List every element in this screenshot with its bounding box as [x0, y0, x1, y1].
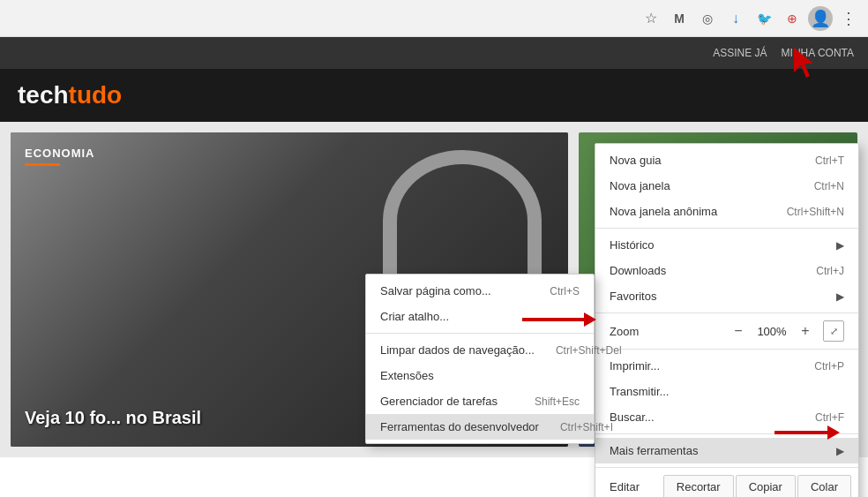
menu-historico[interactable]: Histórico ▶ — [595, 232, 858, 258]
site-topbar: ASSINE JÁ MINHA CONTA — [0, 37, 868, 69]
copiar-button[interactable]: Copiar — [736, 475, 796, 497]
extensoes-label: Extensões — [380, 369, 580, 382]
zoom-expand-button[interactable]: ⤢ — [823, 320, 844, 342]
ferramentas-dev-label: Ferramentas do desenvolvedor — [380, 420, 539, 433]
favoritos-label: Favoritos — [610, 290, 836, 303]
star-icon[interactable]: ☆ — [639, 6, 663, 31]
mais-ferramentas-arrow: ▶ — [836, 445, 844, 457]
nova-janela-anonima-shortcut: Ctrl+Shift+N — [787, 206, 844, 218]
zoom-row: Zoom − 100% + ⤢ — [595, 317, 858, 345]
download-arrow-icon[interactable]: ↓ — [723, 6, 748, 31]
recortar-button[interactable]: Recortar — [663, 475, 734, 497]
divider-1 — [595, 228, 858, 229]
menu-buscar[interactable]: Buscar... Ctrl+F — [595, 404, 858, 430]
avatar-icon[interactable]: 👤 — [808, 6, 833, 31]
imprimir-shortcut: Ctrl+P — [814, 360, 844, 373]
site-header: techtudo — [0, 69, 868, 122]
topbar-assine[interactable]: ASSINE JÁ — [713, 47, 767, 59]
menu-transmitir[interactable]: Transmitir... — [595, 379, 858, 404]
historico-label: Histórico — [610, 238, 836, 252]
category-underline — [25, 163, 60, 166]
menu-nova-janela[interactable]: Nova janela Ctrl+N — [595, 173, 858, 199]
nova-janela-shortcut: Ctrl+N — [814, 180, 844, 192]
gerenciador-tarefas-shortcut: Shift+Esc — [535, 395, 580, 408]
mais-ferramentas-label: Mais ferramentas — [610, 444, 836, 457]
zoom-label: Zoom — [610, 325, 721, 338]
downloads-label: Downloads — [610, 264, 795, 277]
menu-favoritos[interactable]: Favoritos ▶ — [595, 283, 858, 309]
pocket-icon[interactable]: ⊕ — [780, 6, 804, 31]
headphones-decoration — [383, 150, 542, 291]
limpar-dados-label: Limpar dados de navegação... — [380, 343, 535, 357]
imprimir-label: Imprimir... — [610, 359, 793, 373]
divider-3 — [595, 349, 858, 350]
gerenciador-tarefas-label: Gerenciador de tarefas — [380, 395, 513, 408]
nova-janela-label: Nova janela — [610, 179, 793, 192]
instagram-icon[interactable]: ◎ — [695, 6, 720, 31]
ferramentas-dev-shortcut: Ctrl+Shift+I — [560, 421, 613, 433]
edit-row: Editar Recortar Copiar Colar — [595, 471, 858, 497]
menu-nova-janela-anonima[interactable]: Nova janela anônima Ctrl+Shift+N — [595, 199, 858, 224]
zoom-value: 100% — [756, 325, 788, 338]
browser-toolbar: ☆ M ◎ ↓ 🐦 ⊕ 👤 ⋮ — [0, 0, 868, 37]
nova-guia-shortcut: Ctrl+T — [815, 154, 844, 167]
site-logo: techtudo — [18, 81, 122, 109]
divider-4 — [595, 433, 858, 434]
topbar-minha[interactable]: MINHA CONTA — [782, 47, 854, 59]
menu-imprimir[interactable]: Imprimir... Ctrl+P — [595, 353, 858, 379]
zoom-minus-button[interactable]: − — [728, 320, 749, 342]
limpar-dados-shortcut: Ctrl+Shift+Del — [556, 344, 622, 357]
salvar-pagina-label: Salvar página como... — [380, 284, 528, 297]
criar-atalho-label: Criar atalho... — [380, 310, 580, 323]
salvar-pagina-shortcut: Ctrl+S — [550, 285, 580, 297]
downloads-shortcut: Ctrl+J — [816, 265, 844, 277]
historico-arrow: ▶ — [836, 239, 844, 252]
logo-tech: tech — [18, 81, 69, 109]
sub-limpar-dados[interactable]: Limpar dados de navegação... Ctrl+Shift+… — [366, 337, 594, 363]
menu-nova-guia[interactable]: Nova guia Ctrl+T — [595, 147, 858, 173]
menu-icon[interactable]: ⋮ — [836, 6, 861, 31]
divider-5 — [595, 467, 858, 468]
logo-accent: tudo — [69, 81, 123, 109]
colar-button[interactable]: Colar — [797, 475, 851, 497]
sub-salvar-pagina[interactable]: Salvar página como... Ctrl+S — [366, 278, 594, 304]
menu-downloads[interactable]: Downloads Ctrl+J — [595, 258, 858, 283]
chrome-context-menu: Nova guia Ctrl+T Nova janela Ctrl+N Nova… — [595, 143, 859, 497]
buscar-label: Buscar... — [610, 410, 794, 424]
transmitir-label: Transmitir... — [610, 385, 823, 398]
sub-extensoes[interactable]: Extensões — [366, 363, 594, 388]
mais-ferramentas-submenu: Salvar página como... Ctrl+S Criar atalh… — [365, 274, 595, 444]
article-category: ECONOMIA — [25, 147, 95, 166]
sub-divider-1 — [366, 333, 594, 334]
page-content: ASSINE JÁ MINHA CONTA techtudo ECONOMIA — [0, 37, 868, 497]
sub-gerenciador-tarefas[interactable]: Gerenciador de tarefas Shift+Esc — [366, 388, 594, 414]
sub-criar-atalho[interactable]: Criar atalho... — [366, 304, 594, 329]
favoritos-arrow: ▶ — [836, 290, 844, 303]
twitter-icon[interactable]: 🐦 — [752, 6, 776, 31]
buscar-shortcut: Ctrl+F — [815, 411, 844, 424]
article-title: Veja 10 fo... no Brasil — [25, 406, 201, 429]
edit-label: Editar — [602, 480, 662, 493]
sub-ferramentas-dev[interactable]: Ferramentas do desenvolvedor Ctrl+Shift+… — [366, 414, 594, 440]
divider-2 — [595, 313, 858, 313]
m-icon[interactable]: M — [667, 6, 692, 31]
nova-janela-anonima-label: Nova janela anônima — [610, 205, 766, 218]
nova-guia-label: Nova guia — [610, 154, 794, 167]
zoom-plus-button[interactable]: + — [795, 320, 816, 342]
menu-mais-ferramentas[interactable]: Mais ferramentas ▶ — [595, 438, 858, 463]
